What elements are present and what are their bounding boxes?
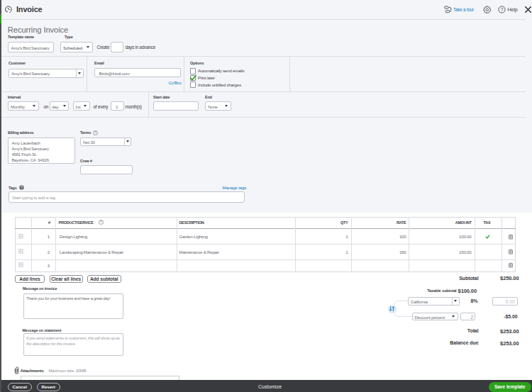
svg-text:?: ? — [100, 220, 102, 224]
svg-text:?: ? — [94, 131, 96, 135]
svg-text:?: ? — [500, 6, 503, 13]
